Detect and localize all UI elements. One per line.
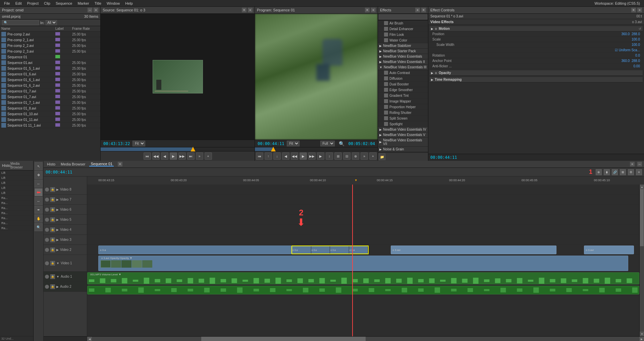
project-list-item[interactable]: Sequence 01 xyxy=(0,54,100,60)
project-list-item[interactable]: Sequence 01_6.avi25.00 fps xyxy=(0,71,100,77)
track-eye-video8[interactable] xyxy=(45,188,49,192)
effects-item-auto-contrast[interactable]: Auto Contrast xyxy=(378,70,428,76)
track-eye-audio1[interactable] xyxy=(45,275,49,279)
track-lock-video6[interactable]: 🔒 xyxy=(50,207,55,212)
track-expand-audio1[interactable]: ▼ xyxy=(56,275,59,278)
source-more[interactable]: » xyxy=(196,152,203,160)
track-row-video8[interactable] xyxy=(87,185,639,195)
menu-help[interactable]: Help xyxy=(122,1,136,5)
hscroll-right[interactable]: ▶ xyxy=(639,337,644,341)
effects-item-edge-smoother[interactable]: Edge Smoother xyxy=(378,87,428,93)
program-mark-in[interactable]: ↑ xyxy=(265,152,272,160)
tl-snap[interactable]: ⊠ xyxy=(620,169,626,175)
timeline-menu[interactable]: ≡ xyxy=(630,162,635,166)
project-list-item[interactable]: Pre-comp 2_2.avi25.00 fps xyxy=(0,43,100,49)
track-eye-audio2[interactable] xyxy=(45,285,49,289)
project-list-item[interactable]: Sequence 01_6_2.avi25.00 fps xyxy=(0,83,100,88)
track-row-video3[interactable]: 2 ⬇ xyxy=(87,235,639,245)
program-go-next[interactable]: ▶ xyxy=(317,152,324,160)
effects-cat-newblue-stabilizer-header[interactable]: ▶ NewBlue Stabilizer xyxy=(378,43,428,49)
project-list-item[interactable]: Sequence 01_7.avi25.00 fps xyxy=(0,94,100,100)
tool-pen[interactable]: ✒ xyxy=(35,206,43,214)
zoom-icon[interactable]: 🔍 xyxy=(337,141,346,146)
clip-video1-main[interactable]: o 3.avi Opacity:Opacity ▼ xyxy=(98,256,628,271)
track-expand-audio2[interactable]: ▶ xyxy=(56,285,59,288)
program-progress-bar[interactable] xyxy=(255,147,378,151)
effects-cat-essentials-ii-header[interactable]: ▶ NewBlue Video Essentials II xyxy=(378,59,428,65)
track-lock-video4[interactable]: 🔒 xyxy=(50,227,55,232)
track-expand-video1[interactable]: ▼ xyxy=(56,262,59,265)
timeline-tab-media-browser[interactable]: Media Browser xyxy=(59,162,87,166)
tool-track[interactable]: ↔ xyxy=(35,197,43,205)
tool-rate[interactable]: ↔ xyxy=(35,180,43,188)
source-fit-select[interactable]: Fit xyxy=(132,141,145,146)
menu-title[interactable]: Title xyxy=(92,1,104,5)
track-lock-video8[interactable]: 🔒 xyxy=(50,187,55,192)
source-monitor-menu[interactable]: ≡ xyxy=(248,8,253,12)
effects-cat-essentials-iv-header[interactable]: ▶ NewBlue Video Essentials IV xyxy=(378,127,428,132)
histo-tab[interactable]: Histo xyxy=(2,163,10,167)
program-output[interactable]: ⊟ xyxy=(343,152,351,160)
timeline-tab-sequence[interactable]: Sequence 01 xyxy=(89,162,114,166)
effects-item-air-brush[interactable]: Air Brush xyxy=(378,20,428,26)
source-progress-bar[interactable] xyxy=(101,147,255,151)
project-list-item[interactable]: Sequence 01_10.avi25.00 fps xyxy=(0,111,100,117)
project-list-item[interactable]: Pre-comp 2_3.avi25.00 fps xyxy=(0,49,100,54)
track-eye-video2[interactable] xyxy=(45,248,49,252)
ec-rotation-value[interactable]: 0.0 xyxy=(635,54,640,57)
track-eye-video5[interactable] xyxy=(45,218,49,222)
menu-project[interactable]: Project xyxy=(24,1,41,5)
program-go-start[interactable]: ⏮ xyxy=(256,152,263,160)
motion-reset-icon[interactable]: ↺ xyxy=(639,27,641,30)
track-expand-video2[interactable]: ▶ xyxy=(56,248,59,252)
effect-controls-close[interactable]: ✕ xyxy=(631,8,636,12)
effects-item-image-mapper[interactable]: Image Mapper xyxy=(378,98,428,104)
project-list-item[interactable]: Sequence 01_11.avi25.00 fps xyxy=(0,117,100,123)
hscroll-thumb[interactable] xyxy=(201,337,366,341)
program-add[interactable]: + xyxy=(369,152,377,160)
timeline-vscrollbar[interactable]: ▲ ▼ xyxy=(639,185,644,336)
effects-panel-menu[interactable]: ≡ xyxy=(415,8,420,12)
clip-video2-far-right[interactable]: o 3.avi xyxy=(584,246,634,254)
hscroll-area[interactable]: ◀ ▶ xyxy=(87,337,644,341)
ec-scale-width-value[interactable]: 100.0 xyxy=(632,43,640,47)
effects-item-water-color[interactable]: Water Color xyxy=(378,38,428,43)
track-row-video1[interactable]: o 3.avi Opacity:Opacity ▼ xyxy=(87,255,639,272)
ec-scale-value[interactable]: 100.0 xyxy=(632,38,640,41)
project-panel-minimize[interactable]: ─ xyxy=(88,8,92,12)
effects-item-gradient-tint[interactable]: Gradient Tint xyxy=(378,93,428,98)
project-list-item[interactable]: Pre-comp 2_1.avi25.00 fps xyxy=(0,37,100,43)
track-expand-video8[interactable]: ▶ xyxy=(56,188,59,191)
hscroll-track[interactable] xyxy=(92,337,639,341)
effects-item-spotlight[interactable]: Spotlight xyxy=(378,121,428,127)
program-mark-out[interactable]: ↓ xyxy=(273,152,281,160)
source-play[interactable]: ▶ xyxy=(170,152,177,160)
menu-clip[interactable]: Clip xyxy=(41,1,53,5)
program-fit-select[interactable]: Fit xyxy=(287,141,300,146)
track-expand-video3[interactable]: ▶ xyxy=(56,238,59,242)
track-lock-video2[interactable]: 🔒 xyxy=(50,248,55,252)
program-loop[interactable]: ↕ xyxy=(326,152,333,160)
project-list-item[interactable]: Sequence 01_7.avi25.00 fps xyxy=(0,88,100,94)
source-rewind[interactable]: ◀ xyxy=(161,152,168,160)
project-panel-menu[interactable]: ≡ xyxy=(94,8,98,12)
track-lock-audio1[interactable]: 🔒 xyxy=(50,274,55,279)
timeline-tab-histo[interactable]: Histo xyxy=(46,162,57,166)
track-expand-video4[interactable]: ▶ xyxy=(56,228,59,231)
effect-controls-menu[interactable]: ≡ xyxy=(637,8,642,12)
project-list-item[interactable]: Sequence 01_5_1.avi25.00 fps xyxy=(0,66,100,71)
program-safe-zone[interactable]: ⊞ xyxy=(334,152,342,160)
project-list-item[interactable]: Sequence 01.avi25.00 fps xyxy=(0,60,100,66)
vscroll-down[interactable]: ▼ xyxy=(640,332,644,336)
program-rewind[interactable]: ◀◀ xyxy=(291,152,298,160)
track-expand-video7[interactable]: ▶ xyxy=(56,198,59,201)
effects-search-input[interactable] xyxy=(379,14,427,19)
tool-search[interactable]: 🔍 xyxy=(35,223,43,231)
effects-cat-essentials-vii-header[interactable]: ▶ NewBlue Video Essentials VII xyxy=(378,138,428,147)
program-trim[interactable]: ⊕ xyxy=(352,152,359,160)
track-lock-video1[interactable]: 🔒 xyxy=(50,261,55,266)
track-row-video7[interactable] xyxy=(87,195,639,205)
effects-cat-starter-pack-header[interactable]: ▶ NewBlue Starter Pack xyxy=(378,49,428,54)
source-add[interactable]: + xyxy=(205,152,212,160)
tool-hand[interactable]: ✋ xyxy=(35,214,43,222)
